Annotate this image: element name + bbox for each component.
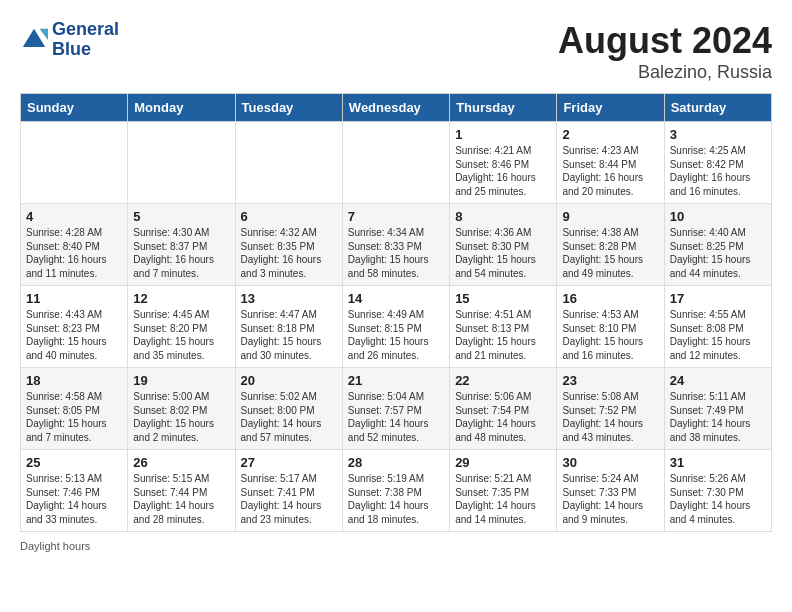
logo-icon (20, 26, 48, 54)
day-number: 22 (455, 373, 551, 388)
calendar-cell: 21Sunrise: 5:04 AM Sunset: 7:57 PM Dayli… (342, 368, 449, 450)
col-header-monday: Monday (128, 94, 235, 122)
day-number: 3 (670, 127, 766, 142)
col-header-tuesday: Tuesday (235, 94, 342, 122)
calendar-cell: 20Sunrise: 5:02 AM Sunset: 8:00 PM Dayli… (235, 368, 342, 450)
day-info: Sunrise: 5:00 AM Sunset: 8:02 PM Dayligh… (133, 390, 229, 444)
day-number: 31 (670, 455, 766, 470)
day-info: Sunrise: 4:43 AM Sunset: 8:23 PM Dayligh… (26, 308, 122, 362)
day-info: Sunrise: 5:17 AM Sunset: 7:41 PM Dayligh… (241, 472, 337, 526)
calendar-cell: 18Sunrise: 4:58 AM Sunset: 8:05 PM Dayli… (21, 368, 128, 450)
day-info: Sunrise: 4:21 AM Sunset: 8:46 PM Dayligh… (455, 144, 551, 198)
day-info: Sunrise: 4:53 AM Sunset: 8:10 PM Dayligh… (562, 308, 658, 362)
day-number: 24 (670, 373, 766, 388)
day-number: 2 (562, 127, 658, 142)
col-header-friday: Friday (557, 94, 664, 122)
calendar-cell: 19Sunrise: 5:00 AM Sunset: 8:02 PM Dayli… (128, 368, 235, 450)
col-header-thursday: Thursday (450, 94, 557, 122)
calendar-week-row: 4Sunrise: 4:28 AM Sunset: 8:40 PM Daylig… (21, 204, 772, 286)
day-info: Sunrise: 5:19 AM Sunset: 7:38 PM Dayligh… (348, 472, 444, 526)
calendar-cell: 6Sunrise: 4:32 AM Sunset: 8:35 PM Daylig… (235, 204, 342, 286)
calendar-week-row: 25Sunrise: 5:13 AM Sunset: 7:46 PM Dayli… (21, 450, 772, 532)
page-title: August 2024 (558, 20, 772, 62)
calendar-cell (21, 122, 128, 204)
col-header-saturday: Saturday (664, 94, 771, 122)
calendar-cell: 11Sunrise: 4:43 AM Sunset: 8:23 PM Dayli… (21, 286, 128, 368)
day-info: Sunrise: 5:08 AM Sunset: 7:52 PM Dayligh… (562, 390, 658, 444)
svg-marker-1 (40, 29, 48, 40)
calendar-cell: 1Sunrise: 4:21 AM Sunset: 8:46 PM Daylig… (450, 122, 557, 204)
day-number: 10 (670, 209, 766, 224)
calendar-cell: 8Sunrise: 4:36 AM Sunset: 8:30 PM Daylig… (450, 204, 557, 286)
day-info: Sunrise: 4:34 AM Sunset: 8:33 PM Dayligh… (348, 226, 444, 280)
day-number: 27 (241, 455, 337, 470)
day-number: 28 (348, 455, 444, 470)
calendar-cell: 2Sunrise: 4:23 AM Sunset: 8:44 PM Daylig… (557, 122, 664, 204)
day-number: 25 (26, 455, 122, 470)
calendar-cell (128, 122, 235, 204)
day-number: 16 (562, 291, 658, 306)
calendar-cell: 28Sunrise: 5:19 AM Sunset: 7:38 PM Dayli… (342, 450, 449, 532)
day-info: Sunrise: 4:25 AM Sunset: 8:42 PM Dayligh… (670, 144, 766, 198)
calendar-cell: 24Sunrise: 5:11 AM Sunset: 7:49 PM Dayli… (664, 368, 771, 450)
calendar-cell (235, 122, 342, 204)
day-number: 17 (670, 291, 766, 306)
calendar-cell: 12Sunrise: 4:45 AM Sunset: 8:20 PM Dayli… (128, 286, 235, 368)
calendar-cell: 26Sunrise: 5:15 AM Sunset: 7:44 PM Dayli… (128, 450, 235, 532)
day-number: 18 (26, 373, 122, 388)
day-number: 9 (562, 209, 658, 224)
day-info: Sunrise: 4:49 AM Sunset: 8:15 PM Dayligh… (348, 308, 444, 362)
calendar-cell: 10Sunrise: 4:40 AM Sunset: 8:25 PM Dayli… (664, 204, 771, 286)
day-number: 4 (26, 209, 122, 224)
day-info: Sunrise: 4:28 AM Sunset: 8:40 PM Dayligh… (26, 226, 122, 280)
calendar-cell: 25Sunrise: 5:13 AM Sunset: 7:46 PM Dayli… (21, 450, 128, 532)
day-number: 5 (133, 209, 229, 224)
calendar-week-row: 18Sunrise: 4:58 AM Sunset: 8:05 PM Dayli… (21, 368, 772, 450)
logo: General Blue (20, 20, 119, 60)
day-info: Sunrise: 4:23 AM Sunset: 8:44 PM Dayligh… (562, 144, 658, 198)
calendar-cell: 3Sunrise: 4:25 AM Sunset: 8:42 PM Daylig… (664, 122, 771, 204)
day-number: 7 (348, 209, 444, 224)
day-number: 8 (455, 209, 551, 224)
day-number: 26 (133, 455, 229, 470)
col-header-sunday: Sunday (21, 94, 128, 122)
calendar-cell: 17Sunrise: 4:55 AM Sunset: 8:08 PM Dayli… (664, 286, 771, 368)
calendar-cell: 30Sunrise: 5:24 AM Sunset: 7:33 PM Dayli… (557, 450, 664, 532)
calendar-cell: 27Sunrise: 5:17 AM Sunset: 7:41 PM Dayli… (235, 450, 342, 532)
day-info: Sunrise: 5:15 AM Sunset: 7:44 PM Dayligh… (133, 472, 229, 526)
calendar-cell (342, 122, 449, 204)
day-number: 6 (241, 209, 337, 224)
day-info: Sunrise: 4:36 AM Sunset: 8:30 PM Dayligh… (455, 226, 551, 280)
day-info: Sunrise: 4:38 AM Sunset: 8:28 PM Dayligh… (562, 226, 658, 280)
footer-note: Daylight hours (20, 540, 772, 552)
calendar-cell: 9Sunrise: 4:38 AM Sunset: 8:28 PM Daylig… (557, 204, 664, 286)
day-number: 14 (348, 291, 444, 306)
day-number: 23 (562, 373, 658, 388)
day-info: Sunrise: 4:32 AM Sunset: 8:35 PM Dayligh… (241, 226, 337, 280)
day-info: Sunrise: 4:30 AM Sunset: 8:37 PM Dayligh… (133, 226, 229, 280)
logo-text: General Blue (52, 20, 119, 60)
day-number: 12 (133, 291, 229, 306)
day-number: 15 (455, 291, 551, 306)
day-info: Sunrise: 4:40 AM Sunset: 8:25 PM Dayligh… (670, 226, 766, 280)
calendar-cell: 16Sunrise: 4:53 AM Sunset: 8:10 PM Dayli… (557, 286, 664, 368)
day-number: 13 (241, 291, 337, 306)
calendar-cell: 23Sunrise: 5:08 AM Sunset: 7:52 PM Dayli… (557, 368, 664, 450)
day-number: 30 (562, 455, 658, 470)
col-header-wednesday: Wednesday (342, 94, 449, 122)
day-info: Sunrise: 5:21 AM Sunset: 7:35 PM Dayligh… (455, 472, 551, 526)
calendar-cell: 22Sunrise: 5:06 AM Sunset: 7:54 PM Dayli… (450, 368, 557, 450)
day-info: Sunrise: 4:51 AM Sunset: 8:13 PM Dayligh… (455, 308, 551, 362)
day-info: Sunrise: 5:11 AM Sunset: 7:49 PM Dayligh… (670, 390, 766, 444)
day-info: Sunrise: 4:55 AM Sunset: 8:08 PM Dayligh… (670, 308, 766, 362)
calendar-cell: 15Sunrise: 4:51 AM Sunset: 8:13 PM Dayli… (450, 286, 557, 368)
day-number: 29 (455, 455, 551, 470)
day-info: Sunrise: 4:45 AM Sunset: 8:20 PM Dayligh… (133, 308, 229, 362)
day-info: Sunrise: 5:13 AM Sunset: 7:46 PM Dayligh… (26, 472, 122, 526)
calendar-cell: 29Sunrise: 5:21 AM Sunset: 7:35 PM Dayli… (450, 450, 557, 532)
day-info: Sunrise: 5:02 AM Sunset: 8:00 PM Dayligh… (241, 390, 337, 444)
calendar-week-row: 11Sunrise: 4:43 AM Sunset: 8:23 PM Dayli… (21, 286, 772, 368)
day-number: 19 (133, 373, 229, 388)
calendar-cell: 14Sunrise: 4:49 AM Sunset: 8:15 PM Dayli… (342, 286, 449, 368)
day-info: Sunrise: 4:58 AM Sunset: 8:05 PM Dayligh… (26, 390, 122, 444)
